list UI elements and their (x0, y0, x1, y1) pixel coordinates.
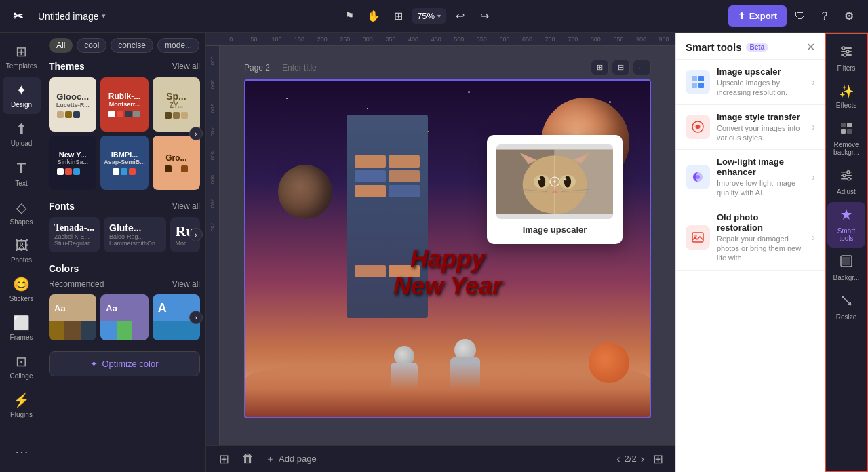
theme-card-3[interactable]: New Y... SinkinSa... (49, 136, 96, 190)
font-name-1: Glute... (109, 222, 161, 233)
low-light-text: Low-light image enhancer Improve low-lig… (717, 157, 805, 198)
fonts-header: Fonts View all (49, 201, 200, 212)
document-title[interactable]: Untitled image ▾ (38, 11, 106, 22)
title-dropdown-icon[interactable]: ▾ (102, 12, 106, 20)
smart-tool-low-light[interactable]: Low-light image enhancer Improve low-lig… (676, 150, 825, 205)
svg-rect-38 (841, 123, 846, 127)
colors-view-all[interactable]: View all (172, 279, 200, 289)
style-transfer-name: Image style transfer (717, 112, 805, 122)
filter-tag-concise[interactable]: concise (111, 38, 153, 53)
redo-icon[interactable]: ↪ (473, 5, 495, 27)
page-title-input[interactable] (282, 63, 384, 73)
background-icon (840, 254, 853, 271)
layout-icon[interactable]: ⊞ (387, 5, 409, 27)
optimize-color-button[interactable]: ✦ Optimize color (49, 351, 200, 376)
add-page-button[interactable]: ＋ Add page (266, 453, 317, 465)
colors-recommended-header: Recommended View all (49, 279, 200, 289)
fonts-next-arrow[interactable]: › (189, 228, 203, 241)
theme-card-4[interactable]: IBMPl... Asap-SemiB... (100, 136, 148, 190)
stickers-icon: 😊 (13, 276, 30, 292)
next-page-button[interactable]: › (641, 453, 644, 465)
canvas-text-happy-new-year: HappyNew Year (393, 245, 502, 299)
theme-card-0[interactable]: Glooc... Lucette-R... (49, 77, 96, 132)
right-sidebar-resize[interactable]: Resize (827, 288, 865, 326)
sidebar-item-text[interactable]: T Text (3, 154, 41, 193)
right-sidebar-smart-tools[interactable]: Smart tools (827, 202, 865, 248)
page-more-button[interactable]: ··· (633, 60, 651, 75)
export-button[interactable]: ⬆ Export (728, 5, 787, 27)
zoom-control[interactable]: 75% ▾ (412, 8, 446, 24)
image-upscaler-popup[interactable]: Image upscaler (487, 135, 623, 244)
sidebar-item-photos[interactable]: 🖼 Photos (3, 233, 41, 269)
smart-tool-image-upscaler[interactable]: Image upscaler Upscale images by increas… (676, 60, 825, 105)
prev-page-button[interactable]: ‹ (616, 453, 620, 465)
filter-tag-mode[interactable]: mode... (157, 38, 199, 53)
sidebar-item-upload[interactable]: ⬆ Upload (3, 115, 41, 153)
color-card-0[interactable]: Aa (49, 294, 96, 340)
svg-rect-40 (841, 129, 846, 134)
settings-icon[interactable]: ⚙ (838, 5, 860, 27)
undo-icon[interactable]: ↩ (449, 5, 471, 27)
filter-tag-cool[interactable]: cool (77, 38, 106, 53)
flag-icon[interactable]: ⚑ (338, 5, 360, 27)
hand-tool-icon[interactable]: ✋ (363, 5, 384, 27)
topbar-right: ⬆ Export 🛡 ? ⚙ (728, 5, 860, 27)
right-sidebar-background[interactable]: Backgr... (827, 249, 865, 287)
design-icon: ✦ (16, 82, 27, 98)
sidebar-item-templates[interactable]: ⊞ Templates (3, 38, 41, 75)
svg-point-10 (538, 176, 545, 187)
theme-card-2[interactable]: Sp... ZY... (153, 77, 200, 132)
logo-icon: ✂ (8, 7, 27, 26)
copy-page-button[interactable]: ⊞ (214, 450, 233, 469)
sidebar-item-shapes[interactable]: ◇ Shapes (3, 194, 41, 231)
style-transfer-arrow: › (812, 121, 815, 132)
colors-title: Colors (49, 263, 79, 274)
theme-card-1[interactable]: Rubik-... Montserr... (100, 77, 148, 132)
font-card-1[interactable]: Glute... Baloo-Reg... HammersmithOn... (104, 217, 166, 252)
smart-panel-close-button[interactable]: ✕ (806, 41, 815, 54)
theme-card-5[interactable]: Gro... (153, 136, 200, 190)
themes-title: Themes (49, 61, 85, 72)
sidebar-item-stickers[interactable]: 😊 Stickers (3, 271, 41, 308)
sidebar-item-collage[interactable]: ⊡ Collage (3, 348, 41, 385)
image-upscaler-name: Image upscaler (717, 66, 805, 77)
right-sidebar-effects[interactable]: ✨ Effects (827, 79, 865, 115)
help-icon[interactable]: ? (814, 5, 835, 27)
color-card-1[interactable]: Aa (100, 294, 148, 340)
page-layout-button[interactable]: ⊟ (612, 60, 630, 75)
effects-icon: ✨ (839, 84, 854, 99)
themes-view-all[interactable]: View all (172, 62, 200, 71)
right-sidebar-remove-bg[interactable]: Remove backgr... (827, 116, 865, 161)
svg-point-46 (843, 174, 846, 177)
sidebar-item-design[interactable]: ✦ Design (3, 77, 41, 114)
sidebar-icons: ⊞ Templates ✦ Design ⬆ Upload T Text ◇ S… (0, 33, 43, 472)
sidebar-item-plugins[interactable]: ⚡ Plugins (3, 387, 41, 424)
right-sidebar-adjust[interactable]: Adjust (827, 163, 865, 201)
sidebar-item-more[interactable]: ⋯ (3, 438, 41, 467)
optimize-icon: ✦ (90, 359, 98, 369)
smart-tool-photo-restoration[interactable]: Old photo restoration Repair your damage… (676, 205, 825, 271)
colors-next-arrow[interactable]: › (189, 311, 203, 324)
font-card-0[interactable]: Tenada-... Zacbel X-E... Stilu-Regular (49, 217, 100, 252)
svg-rect-22 (692, 76, 697, 81)
colors-recommended-label: Recommended (49, 279, 104, 289)
right-sidebar: Filters ✨ Effects Remove backgr... (825, 33, 868, 472)
sidebar-item-upload-label: Upload (11, 140, 33, 147)
themes-next-arrow[interactable]: › (189, 127, 203, 140)
fonts-grid: Tenada-... Zacbel X-E... Stilu-Regular G… (49, 217, 200, 252)
grid-view-button[interactable]: ⊞ (648, 450, 667, 469)
low-light-desc: Improve low-light image quality with AI. (717, 178, 805, 198)
shield-icon[interactable]: 🛡 (789, 5, 811, 27)
svg-rect-39 (847, 123, 852, 127)
fonts-view-all[interactable]: View all (172, 201, 200, 211)
canvas-page: Page 2 – ⊞ ⊟ ··· (244, 60, 651, 418)
delete-page-button[interactable]: 🗑 (239, 450, 258, 469)
smart-tool-style-transfer[interactable]: Image style transfer Convert your images… (676, 105, 825, 151)
page-grid-button[interactable]: ⊞ (591, 60, 609, 75)
canvas-image[interactable]: HappyNew Year (244, 79, 651, 418)
right-sidebar-filters[interactable]: Filters (827, 39, 865, 77)
filter-tag-all[interactable]: All (49, 38, 73, 53)
sidebar-item-templates-label: Templates (6, 62, 37, 70)
sidebar-item-frames[interactable]: ⬜ Frames (3, 309, 41, 347)
adjust-icon (840, 168, 853, 185)
